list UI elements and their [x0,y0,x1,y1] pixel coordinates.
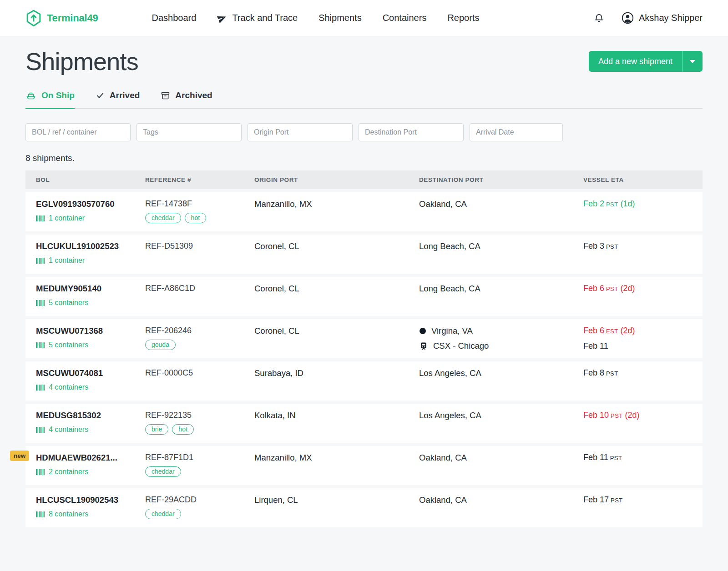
eta-cell: Feb 6 PST (2d) [583,284,693,309]
tag-pill[interactable]: cheddar [145,213,181,223]
destination-cell: Los Angeles, CA [419,411,583,436]
tag-list: cheddarhot [145,213,254,223]
container-count[interactable]: 4 containers [36,426,145,434]
barcode-icon [36,300,45,306]
eta-delay: (1d) [618,199,635,208]
destination-label: Oakland, CA [419,495,467,505]
table-row[interactable]: HLCUKUL1910025231 containerREF-D51309Cor… [25,235,703,274]
avatar-icon [622,12,634,24]
eta-date: Feb 11 [583,453,608,462]
origin-port: Kolkata, IN [254,411,419,436]
tab-archived[interactable]: Archived [161,90,212,108]
column-header-vessel-eta: VESSEL ETA [583,176,693,183]
top-navbar: Terminal49 Dashboard Track and Trace Shi… [0,0,728,36]
reference-number: REF-206246 [145,326,254,336]
tab-bar: On Ship Arrived Archived [25,90,703,109]
barcode-icon [36,469,45,476]
bol-number: EGLV091930570760 [36,199,145,209]
destination-cell: Oakland, CA [419,199,583,225]
brand[interactable]: Terminal49 [25,10,98,27]
destination-label: CSX - Chicago [433,341,489,351]
origin-port: Surabaya, ID [254,368,419,394]
bol-cell: EGLV0919305707601 container [36,199,145,225]
eta-date: Feb 2 [583,199,604,208]
table-row[interactable]: MEDUMY9051405 containersREF-A86C1DCorone… [25,277,703,316]
table-row[interactable]: MSCUWU0713685 containersREF-206246goudaC… [25,319,703,358]
destination-label: Long Beach, CA [419,241,480,251]
eta-timezone: PST [604,243,618,250]
nav-label: Dashboard [152,13,197,23]
ship-icon [25,90,36,101]
destination-line: Oakland, CA [419,453,583,463]
destination-label: Oakland, CA [419,199,467,209]
eta-timezone: PST [604,201,618,208]
tag-pill[interactable]: hot [185,213,206,223]
container-count[interactable]: 5 containers [36,341,145,349]
container-count[interactable]: 5 containers [36,299,145,307]
reference-number: REF-922135 [145,411,254,420]
eta-timezone: PST [609,497,623,504]
destination-line: CSX - Chicago [419,341,583,351]
filter-tags-input[interactable] [136,123,242,141]
tab-on-ship[interactable]: On Ship [25,90,75,108]
nav-containers[interactable]: Containers [383,13,427,23]
nav-track-and-trace[interactable]: Track and Trace [217,13,298,23]
eta-date: Feb 6 [583,326,604,335]
page-title: Shipments [25,49,138,74]
container-count-label: 4 containers [49,426,88,434]
notifications-bell-icon[interactable] [594,13,604,24]
tag-pill[interactable]: hot [172,424,193,435]
container-count[interactable]: 1 container [36,256,145,265]
bol-cell: HDMUAEWB02621...2 containers [36,453,145,478]
container-count[interactable]: 2 containers [36,468,145,476]
table-row[interactable]: newHDMUAEWB02621...2 containersREF-87F1D… [25,446,703,485]
bol-cell: HLCUSCL1909025438 containers [36,495,145,521]
destination-line: Long Beach, CA [419,284,583,294]
tab-label: Arrived [110,90,140,100]
filter-bol-input[interactable] [25,123,131,141]
destination-cell: Virgina, VACSX - Chicago [419,326,583,351]
table-header: BOL REFERENCE # ORIGIN PORT DESTINATION … [25,170,703,189]
eta-cell: Feb 6 EST (2d)Feb 11 [583,326,693,351]
table-row[interactable]: EGLV0919305707601 containerREF-14738Fche… [25,192,703,231]
filter-arrival-date-input[interactable] [470,123,563,141]
nav-shipments[interactable]: Shipments [318,13,362,23]
tag-list: cheddar [145,509,254,519]
container-count[interactable]: 4 containers [36,383,145,391]
tag-pill[interactable]: gouda [145,340,176,350]
destination-line: Long Beach, CA [419,241,583,251]
table-row[interactable]: MEDUSG8153024 containersREF-922135brieho… [25,404,703,443]
barcode-icon [36,426,45,433]
destination-line: Oakland, CA [419,199,583,209]
container-count-label: 4 containers [49,383,88,391]
reference-cell: REF-0000C5 [145,368,254,394]
brand-name: Terminal49 [47,12,98,24]
table-row[interactable]: MSCUWU0740814 containersREF-0000C5Suraba… [25,361,703,401]
nav-reports[interactable]: Reports [447,13,479,23]
column-header-reference: REFERENCE # [145,176,254,183]
tag-list: gouda [145,340,254,350]
container-count[interactable]: 1 container [36,214,145,222]
bol-cell: MSCUWU0713685 containers [36,326,145,351]
page-head: Shipments Add a new shipment [25,49,703,74]
vessel-eta: Feb 2 PST (1d) [583,199,693,209]
tag-pill[interactable]: cheddar [145,509,181,519]
tab-arrived[interactable]: Arrived [96,90,140,108]
bol-number: MSCUWU074081 [36,368,145,378]
filter-origin-port-input[interactable] [248,123,353,141]
tag-pill[interactable]: brie [145,424,168,435]
vessel-eta: Feb 3 PST [583,241,693,251]
eta-delay: (2d) [618,326,635,335]
bol-cell: MEDUSG8153024 containers [36,411,145,436]
container-count[interactable]: 8 containers [36,510,145,518]
container-count-label: 8 containers [49,510,88,518]
nav-dashboard[interactable]: Dashboard [152,13,197,23]
user-menu[interactable]: Akshay Shipper [622,12,703,24]
filter-destination-port-input[interactable] [359,123,464,141]
table-row[interactable]: HLCUSCL1909025438 containersREF-29ACDDch… [25,488,703,527]
add-shipment-button[interactable]: Add a new shipment [589,51,703,72]
add-shipment-dropdown[interactable] [682,51,703,72]
eta-timezone: PST [604,286,618,292]
tag-pill[interactable]: cheddar [145,466,181,477]
container-count-label: 5 containers [49,341,88,349]
